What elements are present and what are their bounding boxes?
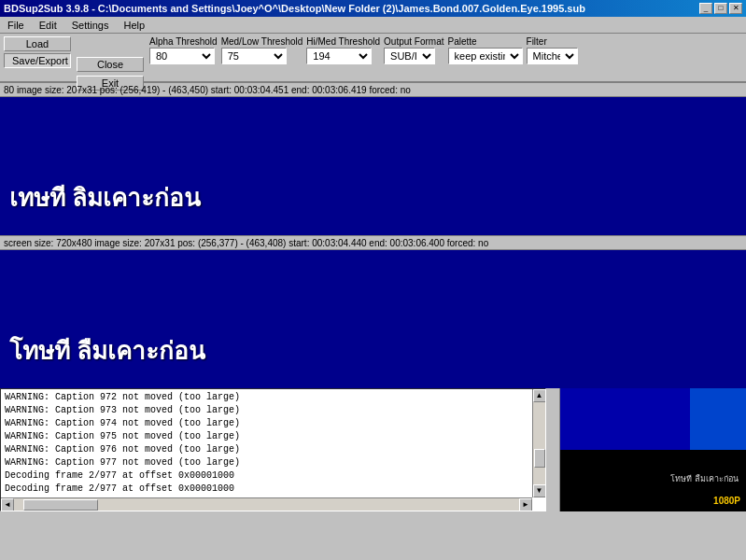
alpha-threshold-label: Alpha Threshold — [149, 36, 218, 47]
log-line: WARNING: Caption 974 not moved (too larg… — [5, 417, 542, 430]
horizontal-scrollbar: ◄ ► — [1, 497, 532, 511]
hi-med-threshold-label: Hi/Med Threshold — [306, 36, 380, 47]
minimize-button[interactable]: _ — [699, 3, 712, 14]
save-export-button[interactable]: Save/Export — [4, 53, 71, 68]
filter-label: Filter — [527, 36, 578, 47]
hi-med-threshold-group: Hi/Med Threshold 194 — [306, 36, 380, 64]
subtitle-text-1: เทษที ลิมเคาะก่อน — [9, 178, 201, 217]
maximize-button[interactable]: □ — [714, 3, 727, 14]
log-line: Decoding frame 2/977 at offset 0x0000100… — [5, 483, 542, 496]
palette-group: Palette keep existing create new — [448, 36, 523, 64]
load-button[interactable]: Load — [4, 36, 71, 51]
log-line: WARNING: Caption 975 not moved (too larg… — [5, 430, 542, 443]
toolbar: Load Save/Export Close Exit Alpha Thresh… — [0, 34, 746, 82]
bottom-section: WARNING: Caption 972 not moved (too larg… — [0, 388, 746, 511]
scroll-right-button[interactable]: ► — [519, 498, 532, 511]
log-line: Decoding frame 2/977 at offset 0x0000100… — [5, 469, 542, 483]
med-low-threshold-select[interactable]: 75 — [221, 48, 287, 64]
scroll-up-button[interactable]: ▲ — [533, 389, 546, 402]
log-line: WARNING: Caption 977 not moved (too larg… — [5, 456, 542, 469]
output-format-label: Output Format — [384, 36, 443, 47]
scroll-thumb[interactable] — [534, 449, 545, 468]
output-format-group: Output Format SUB/IDX BD SUP XML/PNG — [384, 36, 443, 64]
med-low-threshold-group: Med/Low Threshold 75 — [221, 36, 303, 64]
hscroll-thumb[interactable] — [23, 499, 98, 511]
log-content: WARNING: Caption 972 not moved (too larg… — [1, 389, 545, 497]
toolbar-settings: Alpha Threshold 80 Med/Low Threshold 75 … — [149, 36, 742, 64]
scroll-track — [533, 402, 545, 484]
subtitle-text-2: โทษที ลืมเคาะก่อน — [9, 331, 205, 370]
thumb-blue-accent — [690, 388, 746, 450]
log-line: WARNING: Caption 972 not moved (too larg… — [5, 391, 542, 404]
hscroll-track — [14, 498, 519, 511]
title-bar-controls: _ □ ✕ — [699, 3, 742, 14]
filter-group: Filter Mitchell Bilinear Bicubic Lanczos — [527, 36, 578, 64]
log-line: WARNING: Caption 976 not moved (too larg… — [5, 443, 542, 456]
title-bar: BDSup2Sub 3.9.8 - C:\Documents and Setti… — [0, 0, 746, 17]
hi-med-threshold-select[interactable]: 194 — [306, 48, 372, 64]
menu-help[interactable]: Help — [120, 19, 148, 32]
log-panel: WARNING: Caption 972 not moved (too larg… — [0, 388, 546, 511]
scroll-left-button[interactable]: ◄ — [1, 498, 14, 511]
med-low-threshold-label: Med/Low Threshold — [221, 36, 303, 47]
menu-bar: File Edit Settings Help — [0, 17, 746, 34]
status-bar-1: 80 image size: 207x31 pos: (256,419) - (… — [0, 82, 746, 97]
menu-file[interactable]: File — [4, 19, 28, 32]
menu-settings[interactable]: Settings — [68, 19, 113, 32]
title-bar-text: BDSup2Sub 3.9.8 - C:\Documents and Setti… — [4, 3, 585, 14]
toolbar-close-exit-buttons: Close Exit — [77, 36, 144, 91]
close-window-button[interactable]: ✕ — [729, 3, 742, 14]
vertical-scrollbar: ▲ ▼ — [532, 389, 545, 497]
thumbnail-resolution-label: 1080P — [713, 496, 740, 506]
status-bar-2: screen size: 720x480 image size: 207x31 … — [0, 235, 746, 250]
alpha-threshold-select[interactable]: 80 — [149, 48, 215, 64]
palette-select[interactable]: keep existing create new — [448, 48, 523, 64]
output-format-select[interactable]: SUB/IDX BD SUP XML/PNG — [384, 48, 435, 64]
toolbar-action-buttons: Load Save/Export — [4, 36, 71, 68]
log-line: WARNING: Caption 973 not moved (too larg… — [5, 404, 542, 417]
thumbnail-panel: โทษที ลืมเคาะก่อน 1080P — [559, 388, 746, 511]
scroll-down-button[interactable]: ▼ — [533, 484, 546, 497]
thumbnail-subtitle-text: โทษที ลืมเคาะก่อน — [670, 472, 739, 485]
preview-panel-2: โทษที ลืมเคาะก่อน — [0, 250, 746, 388]
menu-edit[interactable]: Edit — [35, 19, 61, 32]
preview-panel-1: เทษที ลิมเคาะก่อน — [0, 97, 746, 235]
filter-select[interactable]: Mitchell Bilinear Bicubic Lanczos — [527, 48, 578, 64]
alpha-threshold-group: Alpha Threshold 80 — [149, 36, 218, 64]
palette-label: Palette — [448, 36, 523, 47]
close-button[interactable]: Close — [77, 57, 144, 72]
